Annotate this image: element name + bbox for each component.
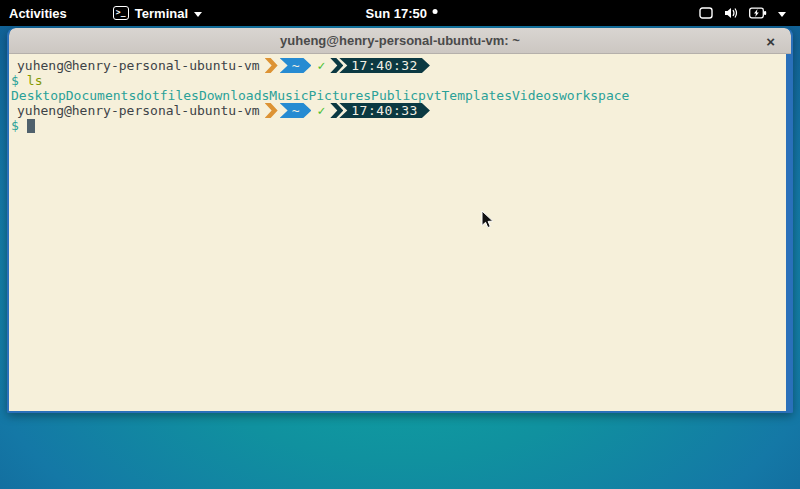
chevron-down-icon	[194, 12, 202, 17]
powerline-chevron-icon	[265, 103, 278, 118]
prompt-time-segment: 17:40:33	[339, 103, 430, 118]
directory-entry: Videos	[512, 88, 559, 103]
directory-entry: Templates	[442, 88, 512, 103]
chevron-down-icon	[778, 12, 786, 17]
app-menu-label: Terminal	[135, 6, 188, 21]
scrollbar[interactable]	[786, 54, 791, 411]
input-line[interactable]: $	[11, 118, 791, 133]
prompt-user: yuheng@henry-personal-ubuntu-vm	[11, 58, 260, 73]
command-line: $ ls	[11, 73, 791, 88]
prompt-line: yuheng@henry-personal-ubuntu-vm ~ ✓ 17:4…	[11, 58, 791, 73]
terminal-content[interactable]: yuheng@henry-personal-ubuntu-vm ~ ✓ 17:4…	[9, 54, 791, 411]
prompt-symbol: $	[11, 73, 19, 88]
system-menu-button[interactable]	[691, 0, 794, 26]
directory-entry: dotfiles	[136, 88, 199, 103]
powerline-chevron-icon	[330, 58, 343, 73]
screen-icon	[699, 7, 713, 19]
window-title: yuheng@henry-personal-ubuntu-vm: ~	[280, 33, 520, 48]
ls-output: Desktop Documents dotfiles Downloads Mus…	[11, 88, 791, 103]
check-icon: ✓	[317, 58, 325, 73]
app-menu-button[interactable]: >_ Terminal	[104, 0, 211, 26]
window-titlebar[interactable]: yuheng@henry-personal-ubuntu-vm: ~ ×	[9, 28, 791, 54]
prompt-symbol: $	[11, 118, 19, 133]
prompt-time-segment: 17:40:32	[339, 58, 430, 73]
terminal-icon: >_	[113, 6, 129, 20]
mouse-pointer-icon	[481, 210, 494, 229]
desktop: Activities >_ Terminal Sun 17:50	[0, 0, 800, 489]
close-button[interactable]: ×	[766, 33, 775, 48]
command-text: ls	[27, 73, 43, 88]
directory-entry: pvt	[418, 88, 441, 103]
top-bar-left: Activities >_ Terminal	[0, 0, 211, 26]
activities-button[interactable]: Activities	[0, 0, 76, 26]
prompt-line: yuheng@henry-personal-ubuntu-vm ~ ✓ 17:4…	[11, 103, 791, 118]
clock-button[interactable]: Sun 17:50	[358, 0, 446, 26]
clock-label: Sun 17:50	[366, 6, 427, 21]
top-bar: Activities >_ Terminal Sun 17:50	[0, 0, 800, 26]
prompt-user: yuheng@henry-personal-ubuntu-vm	[11, 103, 260, 118]
directory-entry: Desktop	[11, 88, 66, 103]
terminal-window: yuheng@henry-personal-ubuntu-vm: ~ × yuh…	[7, 28, 793, 413]
directory-entry: Pictures	[308, 88, 371, 103]
directory-entry: Downloads	[199, 88, 269, 103]
volume-icon	[724, 7, 738, 19]
prompt-path-segment: ~	[280, 103, 312, 118]
prompt-path-segment: ~	[280, 58, 312, 73]
directory-entry: workspace	[559, 88, 629, 103]
powerline-chevron-icon	[330, 103, 343, 118]
battery-charging-icon	[749, 7, 767, 19]
notification-dot-icon	[433, 9, 438, 14]
directory-entry: Music	[269, 88, 308, 103]
directory-entry: Public	[371, 88, 418, 103]
directory-entry: Documents	[66, 88, 136, 103]
powerline-chevron-icon	[265, 58, 278, 73]
text-cursor	[27, 119, 35, 133]
check-icon: ✓	[317, 103, 325, 118]
